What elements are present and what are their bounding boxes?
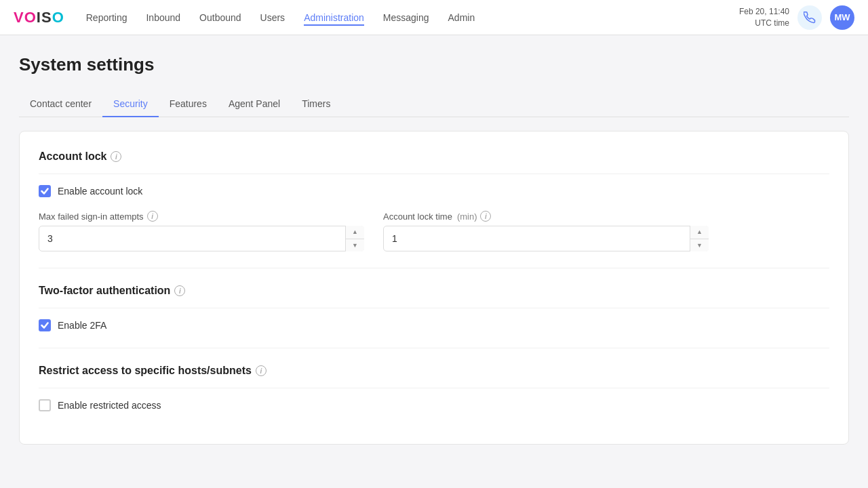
divider-2 [39,348,829,348]
enable-account-lock-checkbox[interactable] [39,185,51,197]
account-lock-section: Account lock i Enable account lock Max f… [39,150,829,251]
lock-time-info-icon[interactable]: i [480,211,491,222]
max-attempts-input[interactable] [39,226,364,251]
tab-features[interactable]: Features [159,92,218,117]
account-lock-info-icon[interactable]: i [111,151,121,162]
enable-2fa-label: Enable 2FA [58,320,106,331]
enable-restricted-access-row: Enable restricted access [39,399,829,411]
max-attempts-input-wrapper: ▲ ▼ [39,226,364,251]
two-factor-section: Two-factor authentication i Enable 2FA [39,285,829,331]
restrict-access-section: Restrict access to specific hosts/subnet… [39,365,829,411]
enable-account-lock-row: Enable account lock [39,185,829,197]
lock-time-increment[interactable]: ▲ [690,226,709,239]
lock-time-input[interactable] [383,226,709,251]
page-title: System settings [19,54,849,75]
enable-restricted-access-label: Enable restricted access [58,400,161,411]
nav-link-reporting[interactable]: Reporting [86,9,127,26]
user-avatar[interactable]: MW [830,5,854,30]
nav-link-users[interactable]: Users [260,9,285,26]
divider-1 [39,268,829,268]
tabs: Contact center Security Features Agent P… [19,92,849,117]
restrict-access-info-icon[interactable]: i [256,365,267,376]
lock-time-unit: (min) [457,211,477,222]
main-content: System settings Contact center Security … [0,35,868,464]
navbar: VOISO Reporting Inbound Outbound Users A… [0,0,868,35]
enable-account-lock-label: Enable account lock [58,186,142,197]
nav-link-messaging[interactable]: Messaging [383,9,429,26]
enable-restricted-access-checkbox[interactable] [39,399,51,411]
max-attempts-increment[interactable]: ▲ [346,226,364,239]
account-lock-title: Account lock i [39,150,829,174]
max-attempts-spinner: ▲ ▼ [345,226,364,251]
navbar-right: Feb 20, 11:40 UTC time MW [739,5,854,30]
nav-link-outbound[interactable]: Outbound [199,9,241,26]
phone-icon-button[interactable] [797,5,822,30]
restrict-access-title: Restrict access to specific hosts/subnet… [39,365,829,388]
tab-security[interactable]: Security [102,92,159,117]
tab-agent-panel[interactable]: Agent Panel [218,92,291,117]
datetime: Feb 20, 11:40 UTC time [739,6,789,29]
nav-link-admin[interactable]: Admin [448,9,475,26]
lock-time-spinner: ▲ ▼ [690,226,709,251]
lock-time-group: Account lock time (min) i ▲ ▼ [383,211,709,251]
max-attempts-group: Max failed sign-in attempts i ▲ ▼ [39,211,364,251]
nav-link-administration[interactable]: Administration [304,9,364,26]
lock-time-input-wrapper: ▲ ▼ [383,226,709,251]
max-attempts-info-icon[interactable]: i [147,211,158,222]
tab-timers[interactable]: Timers [291,92,341,117]
max-attempts-decrement[interactable]: ▼ [346,239,364,252]
account-lock-fields: Max failed sign-in attempts i ▲ ▼ Accoun… [39,211,829,251]
lock-time-decrement[interactable]: ▼ [690,239,709,252]
settings-card: Account lock i Enable account lock Max f… [19,131,849,445]
lock-time-label: Account lock time (min) i [383,211,709,222]
nav-link-inbound[interactable]: Inbound [146,9,180,26]
two-factor-title: Two-factor authentication i [39,285,829,308]
enable-2fa-row: Enable 2FA [39,319,829,331]
nav-links: Reporting Inbound Outbound Users Adminis… [86,9,739,26]
logo: VOISO [14,9,64,26]
tab-contact-center[interactable]: Contact center [19,92,102,117]
max-attempts-label: Max failed sign-in attempts i [39,211,364,222]
two-factor-info-icon[interactable]: i [174,285,185,296]
enable-2fa-checkbox[interactable] [39,319,51,331]
